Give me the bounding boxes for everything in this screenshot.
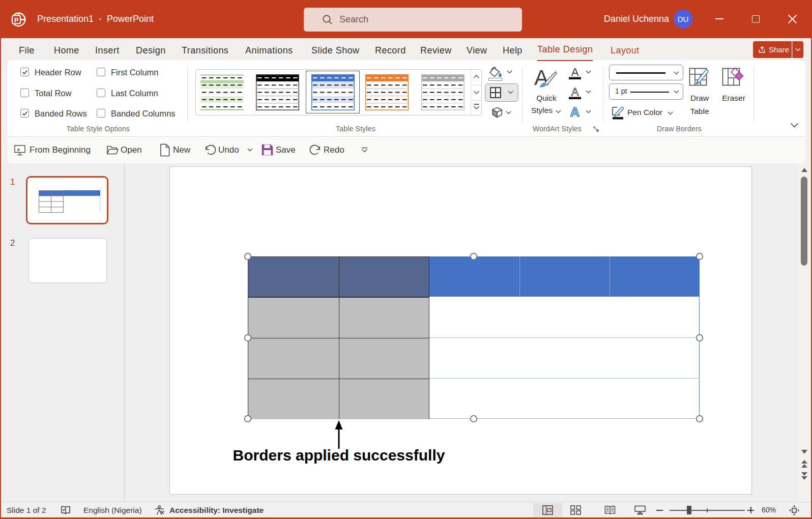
svg-text:A: A [571,66,579,78]
svg-text:A: A [571,86,579,98]
svg-text:P: P [14,16,19,24]
svg-text:A: A [570,105,580,119]
